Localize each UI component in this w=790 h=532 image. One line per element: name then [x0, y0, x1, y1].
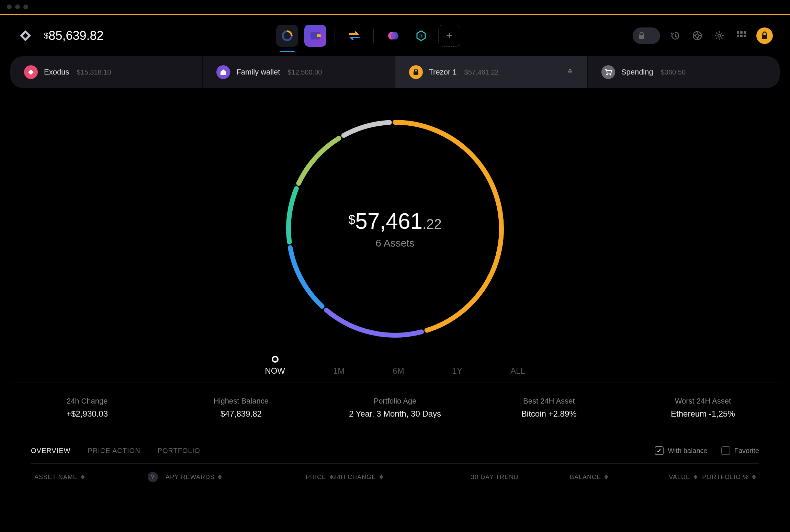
- svg-rect-2: [317, 34, 321, 37]
- stat-value: Bitcoin +2.89%: [479, 409, 619, 419]
- timeline-now[interactable]: NOW: [265, 356, 285, 376]
- svg-rect-19: [737, 35, 739, 37]
- column-30d-trend[interactable]: 30 DAY TREND: [422, 472, 519, 482]
- nav-divider: [373, 29, 374, 43]
- apps-grid-icon[interactable]: [734, 29, 748, 43]
- portfolio-asset-count: 6 Assets: [348, 237, 441, 249]
- stat-label: 24h Change: [17, 397, 157, 406]
- nav-wallet-icon[interactable]: [304, 25, 326, 47]
- stat-label: Highest Balance: [171, 397, 311, 406]
- checkbox-icon: [721, 446, 730, 455]
- stat-worst-24h-asset: Worst 24H AssetEthereum -1,25%: [626, 393, 780, 422]
- stat-value: +$2,930.03: [17, 409, 157, 419]
- sort-icon: [752, 475, 756, 479]
- donut-segment[interactable]: [326, 310, 421, 335]
- column-price[interactable]: PRICE: [244, 472, 333, 482]
- svg-rect-20: [740, 35, 743, 37]
- settings-icon[interactable]: [712, 29, 726, 43]
- svg-rect-22: [762, 35, 767, 39]
- lock-toggle[interactable]: [633, 27, 660, 44]
- table-tab-portfolio[interactable]: PORTFOLIO: [158, 447, 200, 455]
- wallet-name: Spending: [621, 68, 653, 77]
- stat-value: 2 Year, 3 Month, 30 Days: [325, 409, 465, 419]
- donut-segment[interactable]: [299, 138, 339, 183]
- column-portfolio-pct[interactable]: PORTFOLIO %: [697, 472, 759, 482]
- svg-rect-16: [737, 31, 739, 34]
- nav-ftx-icon[interactable]: +: [410, 25, 432, 47]
- svg-point-4: [391, 32, 398, 39]
- svg-rect-23: [414, 71, 418, 75]
- stat-best-24h-asset: Best 24H AssetBitcoin +2.89%: [472, 393, 626, 422]
- wallet-name: Exodus: [44, 68, 69, 77]
- svg-rect-18: [744, 31, 746, 34]
- wallet-tab-exodus[interactable]: Exodus $15,318.10: [10, 56, 203, 88]
- sort-icon: [81, 475, 84, 479]
- wallet-icon: [409, 65, 423, 79]
- wallet-icon: [24, 65, 38, 79]
- wallet-tab-trezor-1[interactable]: Trezor 1 $57,461.22: [395, 56, 588, 88]
- svg-point-24: [606, 74, 608, 76]
- stat-label: Best 24H Asset: [479, 397, 619, 406]
- sort-icon: [605, 475, 608, 479]
- filter-with-balance[interactable]: ✓ With balance: [655, 446, 708, 455]
- timeline-1m[interactable]: 1M: [333, 356, 345, 376]
- timeline-dot-icon: [272, 356, 279, 363]
- timeline-6m[interactable]: 6M: [393, 356, 404, 376]
- sort-icon: [694, 475, 697, 479]
- table-tab-price-action[interactable]: PRICE ACTION: [88, 447, 140, 455]
- nav-apps-icon[interactable]: [382, 25, 404, 47]
- hardware-wallet-badge-icon[interactable]: [756, 27, 773, 44]
- donut-segment[interactable]: [344, 122, 390, 135]
- stat-portfolio-age: Portfolio Age2 Year, 3 Month, 30 Days: [318, 393, 472, 422]
- donut-segment[interactable]: [289, 189, 296, 242]
- wallet-tab-family-wallet[interactable]: Family wallet $12,500.00: [203, 56, 395, 88]
- wallet-icon: [216, 65, 230, 79]
- app-logo-icon[interactable]: [17, 27, 34, 44]
- window-close-dot[interactable]: [7, 4, 12, 9]
- stat-value: Ethereum -1,25%: [633, 409, 773, 419]
- sort-icon: [330, 475, 333, 479]
- nav-portfolio-icon[interactable]: [276, 25, 298, 47]
- column-24h-change[interactable]: 24H CHANGE: [333, 472, 422, 482]
- svg-point-10: [696, 34, 699, 37]
- column-balance[interactable]: BALANCE: [519, 472, 608, 482]
- nav-add-button[interactable]: +: [438, 25, 460, 47]
- total-balance: $85,639.82: [44, 29, 104, 43]
- history-icon[interactable]: [668, 29, 682, 43]
- stat-24h-change: 24h Change+$2,930.03: [10, 393, 164, 422]
- svg-rect-21: [744, 35, 746, 37]
- window-chrome: [0, 0, 790, 14]
- column-value[interactable]: VALUE: [608, 472, 697, 482]
- stat-highest-balance: Highest Balance$47,839.82: [164, 393, 318, 422]
- stat-value: $47,839.82: [171, 409, 311, 419]
- sort-icon: [218, 475, 222, 479]
- portfolio-donut-chart: $57,461.22 6 Assets: [10, 112, 780, 346]
- wallet-tabs: Exodus $15,318.10 Family wallet $12,500.…: [10, 56, 780, 88]
- wallet-balance: $15,318.10: [77, 68, 111, 76]
- timeline-1y[interactable]: 1Y: [452, 356, 462, 376]
- column-asset-name[interactable]: ASSET NAME: [31, 472, 148, 482]
- donut-segment[interactable]: [290, 248, 322, 306]
- table-tab-overview[interactable]: OVERVIEW: [31, 447, 70, 455]
- stat-label: Portfolio Age: [325, 397, 465, 406]
- wallet-tab-spending[interactable]: Spending $360.50: [588, 56, 780, 88]
- svg-rect-17: [740, 31, 743, 34]
- support-icon[interactable]: [690, 29, 704, 43]
- svg-point-25: [609, 74, 611, 76]
- sort-icon: [380, 475, 383, 479]
- column-apy-rewards[interactable]: ? APY REWARDS: [148, 472, 244, 482]
- svg-rect-8: [639, 35, 644, 39]
- eject-icon[interactable]: [567, 68, 574, 76]
- checkbox-icon: ✓: [655, 446, 664, 455]
- filter-favorite[interactable]: Favorite: [721, 446, 759, 455]
- stats-row: 24h Change+$2,930.03Highest Balance$47,8…: [10, 393, 780, 422]
- window-maximize-dot[interactable]: [23, 4, 28, 9]
- window-minimize-dot[interactable]: [15, 4, 20, 9]
- nav-swap-icon[interactable]: [343, 25, 365, 47]
- svg-point-15: [718, 34, 721, 37]
- help-icon[interactable]: ?: [148, 472, 158, 482]
- lock-icon: [635, 30, 648, 42]
- stat-label: Worst 24H Asset: [633, 397, 773, 406]
- table-header: ASSET NAME ? APY REWARDS PRICE 24H CHANG…: [31, 464, 759, 490]
- timeline-all[interactable]: ALL: [510, 356, 525, 376]
